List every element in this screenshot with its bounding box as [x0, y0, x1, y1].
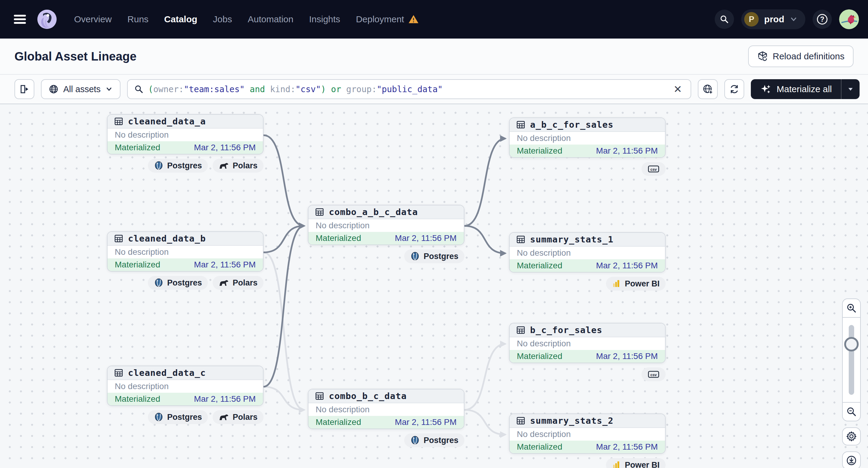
- new-tab-button[interactable]: [698, 79, 718, 99]
- reload-definitions-button[interactable]: Reload definitions: [748, 45, 854, 67]
- refresh-button[interactable]: [724, 79, 744, 99]
- table-icon: [516, 416, 525, 425]
- nav-item-catalog[interactable]: Catalog: [164, 14, 197, 24]
- asset-node-summary_stats_2[interactable]: summary_stats_2No descriptionMaterialize…: [509, 413, 665, 454]
- asset-node-cleaned_data_a[interactable]: cleaned_data_aNo descriptionMaterialized…: [107, 114, 264, 155]
- expand-panel-button[interactable]: [14, 79, 34, 99]
- asset-filter-input[interactable]: (owner:"team:sales" and kind:"csv") or g…: [127, 79, 691, 99]
- asset-status: Materialized: [115, 260, 160, 270]
- polars-icon: [219, 279, 229, 287]
- asset-node-a_b_c_for_sales[interactable]: a_b_c_for_salesNo descriptionMaterialize…: [509, 118, 665, 158]
- asset-timestamp[interactable]: Mar 2, 11:56 PM: [395, 233, 457, 243]
- kind-tag-powerbi[interactable]: Power BI: [606, 277, 665, 291]
- asset-status: Materialized: [316, 233, 361, 243]
- kind-tag-powerbi[interactable]: Power BI: [606, 458, 665, 468]
- nav-item-runs[interactable]: Runs: [127, 14, 149, 24]
- kind-tag-postgres[interactable]: Postgres: [148, 276, 208, 290]
- materialize-options-button[interactable]: [841, 79, 860, 99]
- kind-tag-csv[interactable]: csv: [642, 162, 665, 176]
- asset-node-combo_b_c_data[interactable]: combo_b_c_dataNo descriptionMaterialized…: [308, 389, 464, 429]
- asset-description: No description: [509, 428, 665, 441]
- user-avatar[interactable]: [839, 9, 859, 29]
- graph-settings-button[interactable]: [842, 427, 861, 445]
- query-segment: (: [148, 84, 153, 94]
- asset-scope-dropdown[interactable]: All assets: [41, 79, 121, 99]
- asset-status: Materialized: [115, 394, 160, 404]
- graph-controls: [842, 299, 861, 468]
- postgres-icon: [410, 251, 420, 261]
- asset-timestamp[interactable]: Mar 2, 11:56 PM: [596, 261, 658, 271]
- nav-item-label: Insights: [309, 14, 340, 24]
- zoom-slider-thumb[interactable]: [844, 337, 859, 351]
- zoom-bar: [842, 299, 861, 421]
- clear-filter-button[interactable]: ✕: [672, 84, 684, 94]
- warning-icon: [408, 14, 418, 24]
- zoom-slider[interactable]: [843, 318, 860, 402]
- asset-node-summary_stats_1[interactable]: summary_stats_1No descriptionMaterialize…: [509, 232, 665, 273]
- lineage-toolbar: All assets (owner:"team:sales" and kind:…: [0, 75, 868, 104]
- nav-item-insights[interactable]: Insights: [309, 14, 340, 24]
- kind-tag-polars[interactable]: Polars: [213, 159, 264, 173]
- asset-name: summary_stats_2: [530, 415, 614, 426]
- zoom-in-icon: [846, 303, 857, 313]
- nav-item-deployment[interactable]: Deployment: [356, 14, 418, 24]
- asset-timestamp[interactable]: Mar 2, 11:56 PM: [194, 260, 256, 270]
- asset-lineage-canvas[interactable]: cleaned_data_aNo descriptionMaterialized…: [0, 104, 868, 468]
- nav-item-label: Overview: [74, 14, 112, 24]
- asset-node-cleaned_data_b[interactable]: cleaned_data_bNo descriptionMaterialized…: [107, 231, 264, 272]
- lineage-edge-cleaned_data_a-to-combo_a_b_c_data: [264, 135, 304, 226]
- asset-timestamp[interactable]: Mar 2, 11:56 PM: [596, 146, 658, 156]
- asset-timestamp[interactable]: Mar 2, 11:56 PM: [395, 417, 457, 427]
- nav-item-overview[interactable]: Overview: [74, 14, 112, 24]
- kind-tag-polars[interactable]: Polars: [213, 276, 264, 290]
- environment-switcher[interactable]: P prod: [741, 9, 805, 29]
- svg-text:csv: csv: [651, 373, 657, 377]
- dagster-logo[interactable]: [35, 7, 59, 31]
- asset-status-row: MaterializedMar 2, 11:56 PM: [509, 441, 665, 453]
- zoom-slider-track[interactable]: [849, 325, 854, 395]
- asset-description: No description: [509, 247, 665, 259]
- asset-status-row: MaterializedMar 2, 11:56 PM: [107, 258, 263, 271]
- help-button[interactable]: ?: [813, 10, 832, 29]
- chevron-down-icon: [790, 15, 798, 23]
- search-button[interactable]: [715, 10, 734, 29]
- asset-node-cleaned_data_c[interactable]: cleaned_data_cNo descriptionMaterialized…: [107, 366, 264, 406]
- expand-panel-icon: [19, 84, 30, 94]
- page-title: Global Asset Lineage: [14, 50, 136, 63]
- kind-tag-postgres[interactable]: Postgres: [404, 249, 464, 263]
- asset-name: b_c_for_sales: [530, 325, 602, 335]
- asset-description: No description: [107, 380, 263, 393]
- kind-tag-postgres[interactable]: Postgres: [148, 410, 208, 424]
- svg-text:?: ?: [820, 15, 824, 23]
- asset-timestamp[interactable]: Mar 2, 11:56 PM: [194, 394, 256, 404]
- asset-kind-tags: Power BI: [509, 458, 665, 468]
- table-icon: [315, 208, 324, 217]
- search-icon: [134, 85, 143, 94]
- kind-tag-polars[interactable]: Polars: [213, 410, 264, 424]
- asset-node-b_c_for_sales[interactable]: b_c_for_salesNo descriptionMaterializedM…: [509, 323, 665, 363]
- asset-status: Materialized: [316, 417, 361, 427]
- download-button[interactable]: [842, 451, 861, 468]
- top-nav: OverviewRunsCatalogJobsAutomationInsight…: [0, 0, 868, 38]
- asset-node-header: summary_stats_2: [509, 414, 665, 428]
- nav-item-jobs[interactable]: Jobs: [213, 14, 232, 24]
- zoom-out-button[interactable]: [843, 402, 860, 421]
- csv-icon: csv: [648, 165, 659, 173]
- kind-tag-csv[interactable]: csv: [642, 367, 665, 381]
- kind-tag-postgres[interactable]: Postgres: [148, 159, 208, 173]
- zoom-in-button[interactable]: [843, 299, 860, 318]
- page-header: Global Asset Lineage Reload definitions: [0, 38, 868, 75]
- asset-timestamp[interactable]: Mar 2, 11:56 PM: [194, 143, 256, 152]
- asset-timestamp[interactable]: Mar 2, 11:56 PM: [596, 442, 658, 452]
- asset-timestamp[interactable]: Mar 2, 11:56 PM: [596, 351, 658, 361]
- materialize-all-button[interactable]: Materialize all: [751, 79, 860, 99]
- table-icon: [114, 368, 123, 377]
- nav-item-automation[interactable]: Automation: [248, 14, 293, 24]
- help-icon: ?: [816, 13, 829, 26]
- asset-node-combo_a_b_c_data[interactable]: combo_a_b_c_dataNo descriptionMaterializ…: [308, 205, 464, 245]
- gear-icon: [846, 431, 857, 442]
- asset-name: cleaned_data_a: [128, 116, 206, 126]
- menu-icon[interactable]: [14, 15, 26, 24]
- globe-icon: [49, 84, 58, 94]
- kind-tag-postgres[interactable]: Postgres: [404, 433, 464, 447]
